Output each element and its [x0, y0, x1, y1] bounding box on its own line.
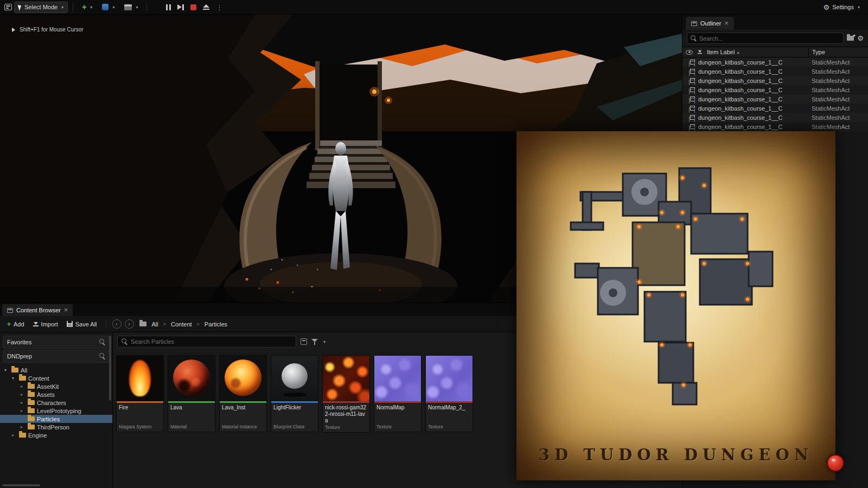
expand-arrow-icon[interactable] — [21, 384, 25, 389]
select-mode-dropdown[interactable]: Select Mode — [14, 2, 68, 13]
favorites-label: Favorites — [7, 339, 31, 345]
tree-item-characters[interactable]: Characters — [0, 399, 112, 407]
tree-item-all[interactable]: All — [0, 366, 112, 374]
visibility-eye-icon[interactable] — [686, 50, 693, 55]
expand-arrow-icon[interactable] — [12, 376, 17, 381]
static-mesh-icon — [690, 78, 695, 83]
outliner-search-row — [682, 30, 868, 47]
outliner-row[interactable]: dungeon_kitbash_course_1__C StaticMeshAc… — [682, 85, 868, 94]
expand-arrow-icon[interactable] — [21, 400, 25, 405]
asset-tile-nick-rossi-lava[interactable]: nick-rossi-gam322-nrossi-m11-lava Textur… — [322, 355, 370, 433]
asset-tile-lightflicker[interactable]: LightFlicker Blueprint Class — [271, 355, 318, 432]
add-actor-icon — [82, 3, 86, 11]
close-icon[interactable] — [725, 20, 729, 27]
normal-map-thumbnail — [374, 356, 421, 401]
asset-tile-lava-inst[interactable]: Lava_Inst Material Instance — [219, 355, 267, 432]
expand-arrow-icon[interactable] — [21, 408, 25, 413]
add-button[interactable]: Add — [4, 318, 27, 330]
stop-button[interactable] — [190, 4, 196, 10]
asset-name: Lava_Inst — [220, 403, 266, 423]
project-section-header[interactable]: DNDprep — [3, 350, 110, 363]
outliner-row[interactable]: dungeon_kitbash_course_1__C StaticMeshAc… — [682, 94, 868, 104]
outliner-search-box[interactable] — [687, 33, 844, 44]
chevron-down-icon — [61, 5, 63, 10]
eject-button[interactable] — [203, 4, 209, 10]
back-button[interactable] — [112, 319, 122, 329]
tab-content-browser[interactable]: Content Browser — [2, 304, 73, 316]
toolbar-divider — [106, 320, 106, 328]
add-actor-button[interactable] — [78, 2, 96, 13]
outliner-row[interactable]: dungeon_kitbash_course_1__C StaticMeshAc… — [682, 76, 868, 85]
blueprints-button[interactable] — [98, 2, 118, 13]
expand-arrow-icon[interactable] — [4, 368, 9, 373]
folder-icon — [19, 376, 26, 381]
outliner-item-type: StaticMeshAct — [812, 68, 850, 75]
breadcrumb-chevron-icon — [197, 322, 200, 327]
sidebar-vertical-scrollbar[interactable] — [109, 336, 111, 401]
static-mesh-icon — [690, 87, 695, 92]
asset-search-box[interactable] — [117, 336, 296, 348]
breadcrumb-particles[interactable]: Particles — [205, 321, 227, 328]
outliner-row[interactable]: dungeon_kitbash_course_1__C StaticMeshAc… — [682, 122, 868, 131]
dungeon-map-drawing — [516, 131, 835, 480]
tab-outliner[interactable]: Outliner — [686, 17, 734, 30]
frame-skip-button[interactable] — [177, 4, 184, 10]
normal-map-thumbnail — [426, 356, 473, 401]
asset-type: Texture — [323, 424, 369, 432]
expand-arrow-icon[interactable] — [21, 425, 25, 429]
new-folder-icon[interactable] — [847, 36, 854, 41]
expand-arrow-icon[interactable] — [12, 433, 17, 438]
filter-icon[interactable] — [311, 339, 318, 345]
outliner-row[interactable]: dungeon_kitbash_course_1__C StaticMeshAc… — [682, 104, 868, 113]
search-icon[interactable] — [99, 339, 105, 345]
search-icon — [691, 35, 697, 42]
tree-item-levelprototyping[interactable]: LevelPrototyping — [0, 407, 112, 415]
import-button[interactable]: Import — [30, 318, 61, 330]
asset-search-input[interactable] — [131, 338, 292, 345]
tree-item-assetkit[interactable]: AssetKit — [0, 382, 112, 390]
playback-options-icon[interactable] — [216, 2, 222, 12]
breadcrumb-all[interactable]: All — [152, 321, 158, 328]
save-level-icon[interactable] — [4, 4, 12, 10]
static-mesh-icon — [690, 69, 695, 74]
outliner-item-type: StaticMeshAct — [812, 105, 850, 112]
outliner-item-type: StaticMeshAct — [812, 59, 850, 66]
toolbar-expand-icon[interactable] — [12, 28, 15, 32]
recording-indicator-icon — [827, 454, 844, 472]
forward-button[interactable] — [125, 319, 134, 329]
asset-tile-normalmap[interactable]: NormalMap Texture — [374, 355, 422, 432]
outliner-search-input[interactable] — [699, 35, 840, 42]
fire-thumbnail — [117, 356, 163, 401]
outliner-row[interactable]: dungeon_kitbash_course_1__C StaticMeshAc… — [682, 113, 868, 122]
pin-column-icon[interactable] — [698, 50, 702, 54]
asset-tile-lava[interactable]: Lava Material — [168, 355, 215, 432]
static-mesh-icon — [690, 97, 695, 101]
add-label: Add — [14, 321, 24, 328]
gear-icon — [824, 3, 830, 11]
expand-arrow-icon[interactable] — [21, 392, 25, 397]
tree-item-assets[interactable]: Assets — [0, 390, 112, 399]
outliner-row[interactable]: dungeon_kitbash_course_1__C StaticMeshAc… — [682, 57, 868, 67]
breadcrumb-content[interactable]: Content — [171, 321, 192, 328]
settings-dropdown[interactable]: Settings — [820, 2, 864, 13]
cinematics-button[interactable] — [120, 2, 142, 13]
tree-item-particles[interactable]: Particles — [0, 415, 112, 423]
outliner-row[interactable]: dungeon_kitbash_course_1__C StaticMeshAc… — [682, 67, 868, 76]
asset-tile-normalmap-2[interactable]: NormalMap_2_ Texture — [425, 355, 473, 432]
close-icon[interactable] — [64, 307, 68, 313]
folder-icon — [28, 384, 35, 389]
favorites-section-header[interactable]: Favorites — [3, 336, 110, 349]
chevron-down-icon[interactable] — [323, 339, 326, 344]
save-search-icon[interactable] — [301, 338, 307, 345]
tree-item-engine[interactable]: Engine — [0, 431, 112, 439]
search-icon[interactable] — [99, 353, 105, 359]
tree-item-content[interactable]: Content — [0, 374, 112, 382]
tree-item-thirdperson[interactable]: ThirdPerson — [0, 423, 112, 431]
column-item-label[interactable]: Item Label — [707, 49, 735, 55]
save-all-button[interactable]: Save All — [64, 318, 100, 330]
pause-button[interactable] — [166, 4, 171, 10]
outliner-settings-icon[interactable] — [857, 34, 864, 42]
column-type-label[interactable]: Type — [812, 49, 825, 55]
sidebar-horizontal-scrollbar[interactable] — [2, 484, 40, 486]
asset-tile-fire[interactable]: Fire Niagara System — [116, 355, 164, 432]
